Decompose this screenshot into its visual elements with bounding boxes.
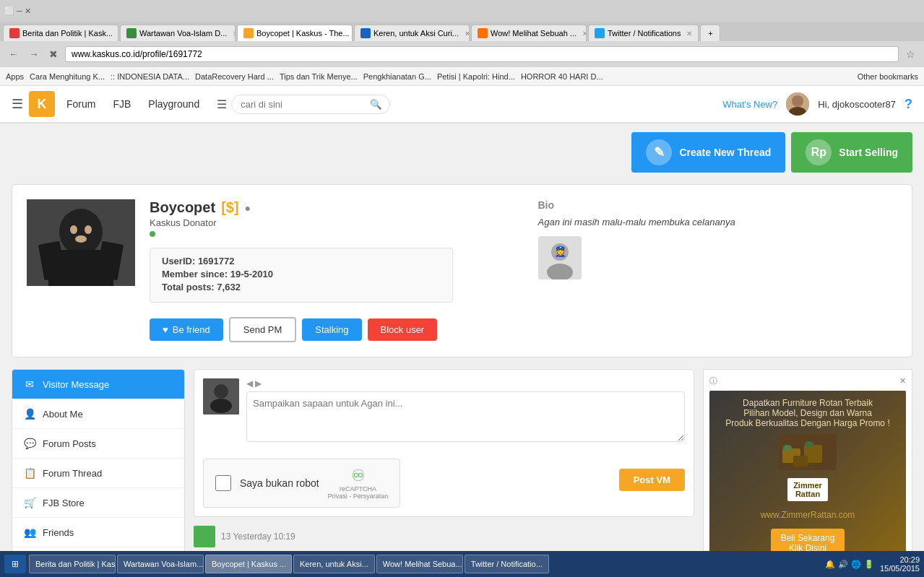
tab-favicon-2 bbox=[243, 28, 254, 38]
forum-posts-icon: 💬 bbox=[22, 436, 37, 451]
bookmark-3[interactable]: DataRecovery Hard ... bbox=[195, 72, 274, 81]
sidebar-item-forum-posts[interactable]: 💬 Forum Posts bbox=[12, 429, 184, 459]
profile-avatar-image bbox=[27, 199, 135, 286]
ad-url: www.ZimmerRattan.com bbox=[761, 510, 855, 520]
bookmark-4[interactable]: Tips dan Trik Menye... bbox=[280, 72, 358, 81]
svg-point-17 bbox=[210, 399, 232, 413]
ad-product-image bbox=[779, 434, 837, 470]
search-button[interactable]: 🔍 bbox=[370, 99, 382, 110]
bookmark-button[interactable]: ☆ bbox=[903, 47, 918, 61]
start-button[interactable]: ⊞ bbox=[4, 555, 26, 573]
forward-button[interactable]: → bbox=[26, 47, 42, 61]
hi-user-text[interactable]: Hi, djokoscooter87 bbox=[818, 99, 896, 110]
tab-close-5[interactable]: ✕ bbox=[686, 30, 692, 38]
sidebar-item-forum-thread[interactable]: 📋 Forum Thread bbox=[12, 459, 184, 488]
taskbar-item-4[interactable]: Wow! Melihat Sebua... bbox=[376, 555, 463, 573]
nav-playground[interactable]: Playground bbox=[148, 98, 199, 110]
action-buttons-row: ✎ Create New Thread Rp Start Selling bbox=[12, 132, 912, 173]
bookmark-1[interactable]: Cara Menghitung K... bbox=[30, 72, 105, 81]
tab-label-4: Wow! Melihat Sebuah ... bbox=[491, 29, 577, 38]
browser-tab-5[interactable]: Twitter / Notifications ✕ bbox=[588, 25, 699, 41]
svg-point-1 bbox=[792, 95, 803, 107]
bookmark-more[interactable]: Other bookmarks bbox=[858, 72, 918, 81]
create-thread-button[interactable]: ✎ Create New Thread bbox=[631, 132, 785, 173]
tab-label-2: Boycopet | Kaskus - The... bbox=[256, 29, 350, 38]
bookmark-7[interactable]: HORROR 40 HARI D... bbox=[521, 72, 603, 81]
ad-close-icon[interactable]: ✕ bbox=[899, 376, 906, 386]
ad-headline: Dapatkan Furniture Rotan Terbaik Pilihan… bbox=[725, 398, 889, 428]
svg-point-16 bbox=[214, 384, 228, 399]
app-logo[interactable]: K bbox=[29, 91, 55, 117]
help-icon[interactable]: ? bbox=[904, 97, 912, 112]
sidebar-item-fjb-store[interactable]: 🛒 FJB Store bbox=[12, 488, 184, 518]
be-friend-button[interactable]: ♥ Be friend bbox=[150, 318, 223, 341]
whats-new-link[interactable]: What's New? bbox=[722, 99, 777, 110]
tab-close-1[interactable]: ✕ bbox=[233, 30, 236, 38]
stalking-button[interactable]: Stalking bbox=[302, 318, 361, 341]
stat-userid: UserID: 1691772 bbox=[162, 256, 441, 266]
reload-button[interactable]: ✖ bbox=[46, 47, 61, 61]
bookmark-apps[interactable]: Apps bbox=[6, 72, 24, 81]
about-me-icon: 👤 bbox=[22, 407, 37, 421]
vm-timestamp-badge bbox=[194, 526, 215, 547]
tab-label-1: Wartawan Voa-Islam D... bbox=[139, 29, 227, 38]
stat-posts: Total posts: 7,632 bbox=[162, 282, 441, 292]
fjb-store-icon: 🛒 bbox=[22, 495, 37, 510]
sidebar-item-visitor-message[interactable]: ✉ Visitor Message bbox=[12, 370, 184, 399]
bookmark-2[interactable]: :: INDONESIA DATA... bbox=[111, 72, 189, 81]
ad-header: ⓘ ✕ bbox=[709, 376, 906, 386]
recaptcha-symbol: ♾ bbox=[328, 467, 389, 485]
tab-label-3: Keren, untuk Aksi Curi... bbox=[374, 29, 459, 38]
sidebar-item-friends[interactable]: 👥 Friends bbox=[12, 518, 184, 547]
back-button[interactable]: ← bbox=[6, 47, 22, 61]
create-thread-icon: ✎ bbox=[646, 139, 672, 165]
post-vm-button[interactable]: Post VM bbox=[619, 469, 685, 491]
navbar-right: What's New? Hi, djokoscooter87 ? bbox=[722, 92, 912, 116]
sidebar-menu: ✉ Visitor Message 👤 About Me 💬 Forum Pos… bbox=[12, 369, 185, 577]
ad-info-icon[interactable]: ⓘ bbox=[709, 376, 717, 386]
search-input[interactable] bbox=[231, 95, 390, 114]
taskbar-clock: 20:29 15/05/2015 bbox=[880, 555, 920, 573]
sidebar-label-forum-posts: Forum Posts bbox=[43, 438, 96, 449]
taskbar-item-0[interactable]: Berita dan Politik | Kask... bbox=[29, 555, 116, 573]
hamburger-menu[interactable]: ☰ bbox=[12, 96, 23, 112]
donor-badge: [$] bbox=[221, 199, 238, 216]
search-menu-icon[interactable]: ☰ bbox=[217, 97, 227, 111]
vm-textarea[interactable] bbox=[246, 391, 685, 442]
svg-point-4 bbox=[59, 209, 103, 255]
nav-forum[interactable]: Forum bbox=[66, 98, 95, 110]
vm-input-row: ◀ ▶ bbox=[203, 378, 685, 444]
main-content: ✎ Create New Thread Rp Start Selling bbox=[0, 123, 924, 577]
recaptcha-checkbox[interactable] bbox=[215, 475, 231, 491]
taskbar-item-5[interactable]: Twitter / Notificatio... bbox=[465, 555, 549, 573]
start-selling-button[interactable]: Rp Start Selling bbox=[791, 132, 912, 173]
browser-tab-3[interactable]: Keren, untuk Aksi Curi... ✕ bbox=[354, 25, 470, 41]
browser-tab-2[interactable]: Boycopet | Kaskus - The... ✕ bbox=[237, 25, 353, 41]
new-tab-btn[interactable]: + bbox=[700, 25, 720, 41]
user-avatar[interactable] bbox=[786, 92, 809, 116]
svg-rect-21 bbox=[793, 456, 808, 467]
send-pm-button[interactable]: Send PM bbox=[229, 317, 296, 342]
bookmark-6[interactable]: Petisi | Kapolri: Hind... bbox=[437, 72, 515, 81]
browser-tab-0[interactable]: Berita dan Politik | Kask... ✕ bbox=[3, 25, 118, 41]
be-friend-label: Be friend bbox=[173, 324, 210, 335]
address-input[interactable] bbox=[65, 46, 899, 62]
start-selling-label: Start Selling bbox=[839, 147, 898, 158]
sidebar-item-about-me[interactable]: 👤 About Me bbox=[12, 399, 184, 429]
block-user-button[interactable]: Block user bbox=[368, 318, 438, 341]
browser-tab-4[interactable]: Wow! Melihat Sebuah ... ✕ bbox=[471, 25, 587, 41]
recaptcha-logo: ♾ reCAPTCHA Privasi - Persyaratan bbox=[328, 467, 389, 500]
taskbar-item-2[interactable]: Boycopet | Kaskus ... bbox=[205, 555, 292, 573]
status-icon[interactable]: ● bbox=[245, 202, 251, 214]
bookmark-5[interactable]: Pengkhianatan G... bbox=[363, 72, 431, 81]
tab-close-4[interactable]: ✕ bbox=[582, 30, 587, 38]
nav-fjb[interactable]: FJB bbox=[113, 98, 131, 110]
tab-favicon-4 bbox=[478, 28, 488, 38]
taskbar-item-3[interactable]: Keren, untuk Aksi... bbox=[293, 555, 375, 573]
ad-image[interactable]: Dapatkan Furniture Rotan Terbaik Pilihan… bbox=[709, 391, 906, 564]
taskbar-item-1[interactable]: Wartawan Voa-Islam... bbox=[117, 555, 204, 573]
browser-tab-1[interactable]: Wartawan Voa-Islam D... ✕ bbox=[120, 25, 236, 41]
tab-close-3[interactable]: ✕ bbox=[465, 30, 470, 38]
tab-favicon-0 bbox=[9, 28, 20, 38]
profile-stats: UserID: 1691772 Member since: 19-5-2010 … bbox=[150, 248, 453, 303]
